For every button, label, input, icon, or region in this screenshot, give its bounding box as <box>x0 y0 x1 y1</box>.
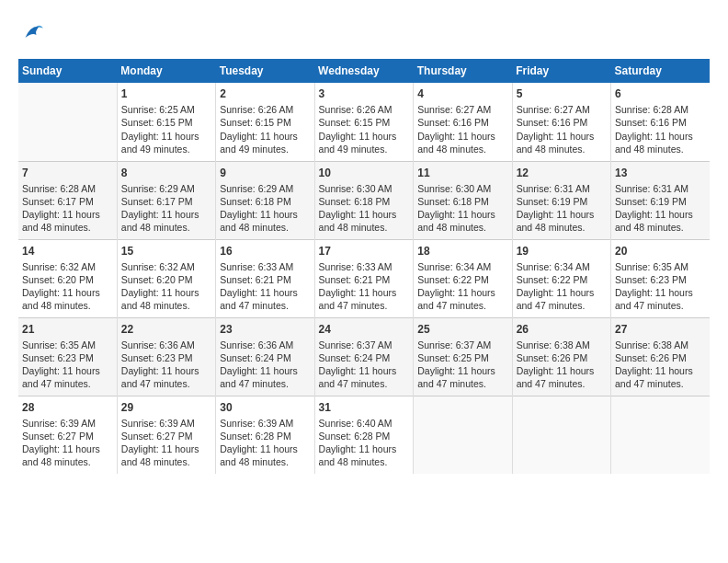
day-number: 17 <box>319 244 410 259</box>
day-number: 20 <box>615 244 706 259</box>
calendar-day-cell: 31Sunrise: 6:40 AMSunset: 6:28 PMDayligh… <box>314 396 414 474</box>
daylight-text: Daylight: 11 hours and 48 minutes. <box>220 443 298 467</box>
daylight-text: Daylight: 11 hours and 48 minutes. <box>22 209 100 233</box>
day-number: 4 <box>417 86 507 101</box>
calendar-day-cell: 6Sunrise: 6:28 AMSunset: 6:16 PMDaylight… <box>611 83 710 161</box>
day-number: 14 <box>22 244 113 259</box>
calendar-week-row: 7Sunrise: 6:28 AMSunset: 6:17 PMDaylight… <box>18 161 710 239</box>
day-number: 1 <box>121 86 211 101</box>
calendar-day-cell: 4Sunrise: 6:27 AMSunset: 6:16 PMDaylight… <box>414 83 512 161</box>
calendar-day-cell: 9Sunrise: 6:29 AMSunset: 6:18 PMDaylight… <box>216 161 314 239</box>
sunset-text: Sunset: 6:23 PM <box>615 274 687 285</box>
sunset-text: Sunset: 6:17 PM <box>121 196 193 207</box>
weekday-header: Wednesday <box>314 59 414 83</box>
day-number: 31 <box>319 400 410 415</box>
calendar-day-cell <box>18 83 117 161</box>
sunset-text: Sunset: 6:20 PM <box>22 274 94 285</box>
calendar-day-cell: 17Sunrise: 6:33 AMSunset: 6:21 PMDayligh… <box>314 239 414 317</box>
daylight-text: Daylight: 11 hours and 47 minutes. <box>319 365 397 389</box>
sunrise-text: Sunrise: 6:35 AM <box>22 339 96 350</box>
sunrise-text: Sunrise: 6:27 AM <box>517 104 590 115</box>
sunrise-text: Sunrise: 6:31 AM <box>517 183 590 194</box>
weekday-header: Thursday <box>414 59 512 83</box>
daylight-text: Daylight: 11 hours and 47 minutes. <box>615 287 693 311</box>
sunset-text: Sunset: 6:24 PM <box>220 352 291 363</box>
sunrise-text: Sunrise: 6:32 AM <box>22 261 96 272</box>
sunset-text: Sunset: 6:19 PM <box>517 196 588 207</box>
calendar-day-cell: 22Sunrise: 6:36 AMSunset: 6:23 PMDayligh… <box>117 317 215 396</box>
daylight-text: Daylight: 11 hours and 48 minutes. <box>615 209 693 233</box>
daylight-text: Daylight: 11 hours and 47 minutes. <box>417 365 495 389</box>
calendar-day-cell: 20Sunrise: 6:35 AMSunset: 6:23 PMDayligh… <box>611 239 710 317</box>
calendar-day-cell: 18Sunrise: 6:34 AMSunset: 6:22 PMDayligh… <box>414 239 512 317</box>
daylight-text: Daylight: 11 hours and 48 minutes. <box>417 131 495 155</box>
sunset-text: Sunset: 6:16 PM <box>417 117 489 128</box>
daylight-text: Daylight: 11 hours and 48 minutes. <box>319 443 397 467</box>
daylight-text: Daylight: 11 hours and 47 minutes. <box>121 365 199 389</box>
sunrise-text: Sunrise: 6:30 AM <box>417 183 491 194</box>
sunrise-text: Sunrise: 6:28 AM <box>615 104 688 115</box>
day-number: 11 <box>417 166 507 180</box>
calendar-day-cell <box>611 396 710 474</box>
sunset-text: Sunset: 6:26 PM <box>517 352 588 363</box>
calendar-day-cell: 12Sunrise: 6:31 AMSunset: 6:19 PMDayligh… <box>512 161 610 239</box>
sunset-text: Sunset: 6:28 PM <box>319 431 391 442</box>
daylight-text: Daylight: 11 hours and 47 minutes. <box>517 365 595 389</box>
calendar-day-cell: 24Sunrise: 6:37 AMSunset: 6:24 PMDayligh… <box>314 317 414 396</box>
weekday-header-row: SundayMondayTuesdayWednesdayThursdayFrid… <box>18 59 710 83</box>
day-number: 21 <box>22 322 113 337</box>
day-number: 10 <box>319 166 410 180</box>
calendar-day-cell: 16Sunrise: 6:33 AMSunset: 6:21 PMDayligh… <box>216 239 314 317</box>
weekday-header: Sunday <box>18 59 117 83</box>
day-number: 6 <box>615 86 706 101</box>
sunrise-text: Sunrise: 6:29 AM <box>220 183 293 194</box>
day-number: 16 <box>220 244 310 259</box>
sunset-text: Sunset: 6:26 PM <box>615 352 687 363</box>
daylight-text: Daylight: 11 hours and 47 minutes. <box>319 287 397 311</box>
calendar-week-row: 14Sunrise: 6:32 AMSunset: 6:20 PMDayligh… <box>18 239 710 317</box>
calendar-day-cell: 8Sunrise: 6:29 AMSunset: 6:17 PMDaylight… <box>117 161 215 239</box>
day-number: 23 <box>220 322 310 337</box>
sunset-text: Sunset: 6:18 PM <box>417 196 489 207</box>
sunset-text: Sunset: 6:21 PM <box>220 274 291 285</box>
daylight-text: Daylight: 11 hours and 47 minutes. <box>22 365 100 389</box>
sunset-text: Sunset: 6:24 PM <box>319 352 391 363</box>
sunrise-text: Sunrise: 6:31 AM <box>615 183 688 194</box>
sunrise-text: Sunrise: 6:33 AM <box>220 261 293 272</box>
daylight-text: Daylight: 11 hours and 47 minutes. <box>220 287 298 311</box>
daylight-text: Daylight: 11 hours and 48 minutes. <box>220 209 298 233</box>
daylight-text: Daylight: 11 hours and 47 minutes. <box>517 287 595 311</box>
calendar-day-cell: 15Sunrise: 6:32 AMSunset: 6:20 PMDayligh… <box>117 239 215 317</box>
sunrise-text: Sunrise: 6:33 AM <box>319 261 392 272</box>
day-number: 2 <box>220 86 310 101</box>
calendar-week-row: 28Sunrise: 6:39 AMSunset: 6:27 PMDayligh… <box>18 396 710 474</box>
day-number: 26 <box>517 322 607 337</box>
sunset-text: Sunset: 6:20 PM <box>121 274 193 285</box>
sunset-text: Sunset: 6:16 PM <box>615 117 687 128</box>
sunrise-text: Sunrise: 6:26 AM <box>319 104 392 115</box>
daylight-text: Daylight: 11 hours and 47 minutes. <box>417 287 495 311</box>
daylight-text: Daylight: 11 hours and 49 minutes. <box>220 131 298 155</box>
sunset-text: Sunset: 6:16 PM <box>517 117 588 128</box>
day-number: 24 <box>319 322 410 337</box>
sunrise-text: Sunrise: 6:35 AM <box>615 261 688 272</box>
day-number: 12 <box>517 166 607 180</box>
sunrise-text: Sunrise: 6:34 AM <box>417 261 491 272</box>
sunset-text: Sunset: 6:15 PM <box>121 117 193 128</box>
weekday-header: Tuesday <box>216 59 314 83</box>
sunset-text: Sunset: 6:27 PM <box>121 431 193 442</box>
header <box>18 18 710 50</box>
daylight-text: Daylight: 11 hours and 48 minutes. <box>121 443 199 467</box>
sunrise-text: Sunrise: 6:25 AM <box>121 104 195 115</box>
sunrise-text: Sunrise: 6:28 AM <box>22 183 96 194</box>
sunrise-text: Sunrise: 6:36 AM <box>121 339 195 350</box>
weekday-header: Friday <box>512 59 610 83</box>
calendar-day-cell: 2Sunrise: 6:26 AMSunset: 6:15 PMDaylight… <box>216 83 314 161</box>
daylight-text: Daylight: 11 hours and 48 minutes. <box>121 209 199 233</box>
day-number: 28 <box>22 400 113 415</box>
daylight-text: Daylight: 11 hours and 47 minutes. <box>615 365 693 389</box>
calendar-day-cell: 28Sunrise: 6:39 AMSunset: 6:27 PMDayligh… <box>18 396 117 474</box>
sunrise-text: Sunrise: 6:37 AM <box>417 339 491 350</box>
sunrise-text: Sunrise: 6:30 AM <box>319 183 392 194</box>
sunset-text: Sunset: 6:23 PM <box>121 352 193 363</box>
